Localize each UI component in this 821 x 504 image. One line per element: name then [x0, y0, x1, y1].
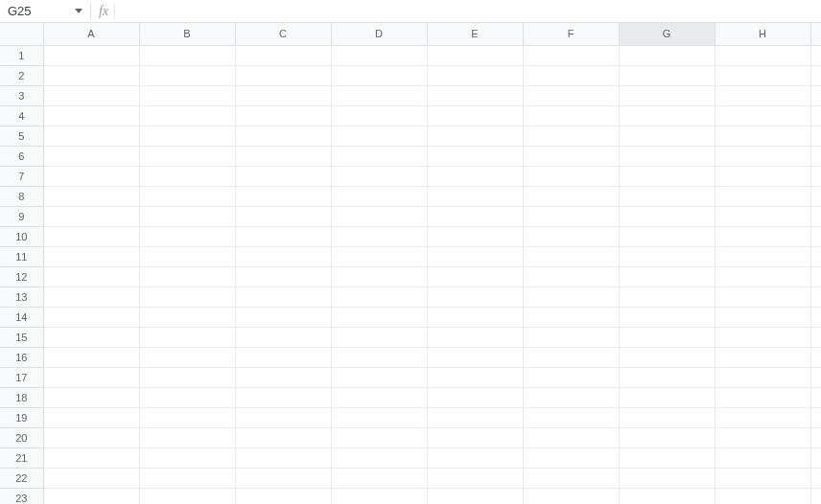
cell-B23[interactable]	[139, 488, 235, 504]
cell-B9[interactable]	[139, 206, 235, 226]
row-header-17[interactable]: 17	[0, 367, 43, 387]
cell-partial-8[interactable]	[810, 186, 821, 206]
cell-B17[interactable]	[139, 367, 235, 387]
cell-partial-6[interactable]	[810, 146, 821, 166]
cell-H8[interactable]	[715, 186, 810, 206]
cell-G17[interactable]	[619, 367, 715, 387]
cell-E17[interactable]	[427, 367, 523, 387]
cell-F8[interactable]	[523, 186, 619, 206]
cell-A14[interactable]	[43, 307, 139, 327]
cell-G2[interactable]	[619, 65, 715, 85]
cell-C5[interactable]	[235, 126, 331, 146]
cell-A15[interactable]	[43, 327, 139, 347]
cell-G15[interactable]	[619, 327, 715, 347]
cell-D14[interactable]	[331, 307, 427, 327]
cell-B5[interactable]	[139, 126, 235, 146]
formula-input[interactable]	[121, 0, 821, 23]
cell-B14[interactable]	[139, 307, 235, 327]
cell-F1[interactable]	[523, 45, 619, 65]
cell-G23[interactable]	[619, 488, 715, 504]
column-header-D[interactable]: D	[331, 23, 427, 45]
namebox-dropdown[interactable]	[69, 9, 88, 13]
cell-C2[interactable]	[235, 65, 331, 85]
cell-D10[interactable]	[331, 226, 427, 246]
column-header-C[interactable]: C	[235, 23, 331, 45]
cell-H2[interactable]	[715, 65, 810, 85]
cell-H14[interactable]	[715, 307, 810, 327]
cell-E15[interactable]	[427, 327, 523, 347]
row-header-8[interactable]: 8	[0, 186, 43, 206]
cell-C18[interactable]	[235, 387, 331, 407]
row-header-19[interactable]: 19	[0, 407, 43, 427]
cell-G6[interactable]	[619, 146, 715, 166]
cell-G9[interactable]	[619, 206, 715, 226]
cell-D3[interactable]	[331, 85, 427, 105]
cell-E19[interactable]	[427, 407, 523, 427]
cell-A11[interactable]	[43, 246, 139, 266]
cell-E9[interactable]	[427, 206, 523, 226]
cell-G4[interactable]	[619, 105, 715, 126]
cell-B12[interactable]	[139, 266, 235, 286]
cell-B19[interactable]	[139, 407, 235, 427]
cell-partial-22[interactable]	[810, 468, 821, 488]
cell-E23[interactable]	[427, 488, 523, 504]
cell-B18[interactable]	[139, 387, 235, 407]
cell-C23[interactable]	[235, 488, 331, 504]
cell-B16[interactable]	[139, 347, 235, 367]
cell-H13[interactable]	[715, 286, 810, 307]
cell-partial-14[interactable]	[810, 307, 821, 327]
cell-F16[interactable]	[523, 347, 619, 367]
cell-E13[interactable]	[427, 286, 523, 307]
cell-H12[interactable]	[715, 266, 810, 286]
cell-F5[interactable]	[523, 126, 619, 146]
cell-F11[interactable]	[523, 246, 619, 266]
cell-A9[interactable]	[43, 206, 139, 226]
cell-D12[interactable]	[331, 266, 427, 286]
cell-B22[interactable]	[139, 468, 235, 488]
cell-A10[interactable]	[43, 226, 139, 246]
cell-C14[interactable]	[235, 307, 331, 327]
cell-G11[interactable]	[619, 246, 715, 266]
cell-H21[interactable]	[715, 447, 810, 468]
column-header-A[interactable]: A	[43, 23, 139, 45]
cell-H17[interactable]	[715, 367, 810, 387]
cell-H23[interactable]	[715, 488, 810, 504]
cell-H4[interactable]	[715, 105, 810, 126]
cell-D9[interactable]	[331, 206, 427, 226]
cell-partial-18[interactable]	[810, 387, 821, 407]
column-header-B[interactable]: B	[139, 23, 235, 45]
cell-A16[interactable]	[43, 347, 139, 367]
cell-E5[interactable]	[427, 126, 523, 146]
cell-E20[interactable]	[427, 427, 523, 447]
cell-B6[interactable]	[139, 146, 235, 166]
cell-D15[interactable]	[331, 327, 427, 347]
row-header-11[interactable]: 11	[0, 246, 43, 266]
cell-D11[interactable]	[331, 246, 427, 266]
cell-F4[interactable]	[523, 105, 619, 126]
cell-H6[interactable]	[715, 146, 810, 166]
cell-D16[interactable]	[331, 347, 427, 367]
cell-E1[interactable]	[427, 45, 523, 65]
cell-F3[interactable]	[523, 85, 619, 105]
cell-partial-3[interactable]	[810, 85, 821, 105]
cell-D1[interactable]	[331, 45, 427, 65]
cell-C22[interactable]	[235, 468, 331, 488]
row-header-13[interactable]: 13	[0, 286, 43, 307]
cell-H11[interactable]	[715, 246, 810, 266]
cell-partial-9[interactable]	[810, 206, 821, 226]
cell-F15[interactable]	[523, 327, 619, 347]
cell-A5[interactable]	[43, 126, 139, 146]
cell-D18[interactable]	[331, 387, 427, 407]
cell-E12[interactable]	[427, 266, 523, 286]
row-header-16[interactable]: 16	[0, 347, 43, 367]
cell-C8[interactable]	[235, 186, 331, 206]
cell-E10[interactable]	[427, 226, 523, 246]
cell-C1[interactable]	[235, 45, 331, 65]
row-header-7[interactable]: 7	[0, 166, 43, 186]
cell-B11[interactable]	[139, 246, 235, 266]
cell-E7[interactable]	[427, 166, 523, 186]
cell-E21[interactable]	[427, 447, 523, 468]
cell-F6[interactable]	[523, 146, 619, 166]
column-header-H[interactable]: H	[715, 23, 810, 45]
cell-E16[interactable]	[427, 347, 523, 367]
